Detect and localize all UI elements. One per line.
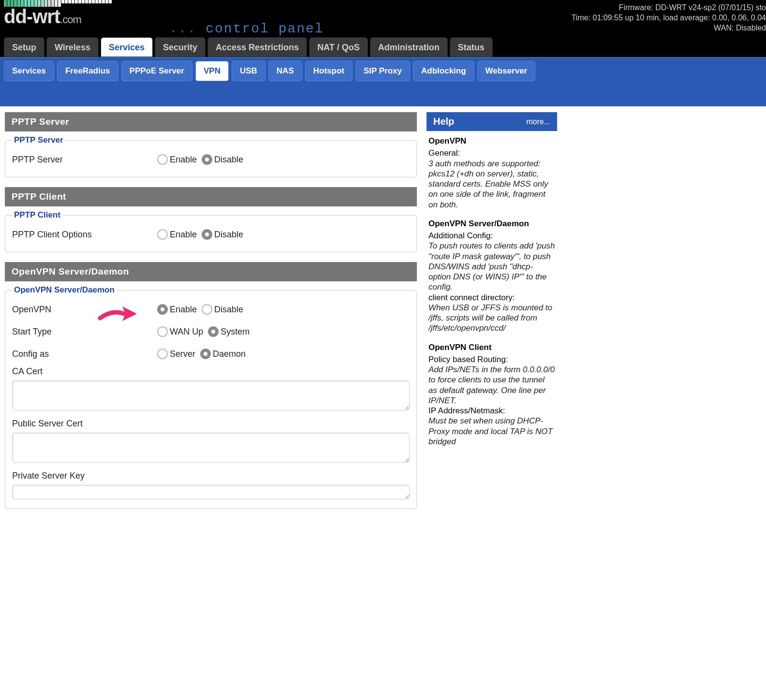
subtab-freeradius[interactable]: FreeRadius: [57, 61, 118, 81]
fieldset-openvpn: OpenVPN Server/Daemon OpenVPN Enable Dis…: [5, 285, 417, 509]
logo-main: dd-wrt: [4, 6, 60, 27]
radio-pptp-server-disable-label: Disable: [214, 155, 243, 165]
row-openvpn: OpenVPN Enable Disable: [12, 300, 410, 319]
tab-wireless[interactable]: Wireless: [46, 37, 99, 57]
help-sub: General:: [428, 148, 555, 158]
help-text: Must be set when using DHCP-Proxy mode a…: [428, 416, 555, 447]
radio-pptp-server-enable[interactable]: [157, 154, 168, 165]
label-pptp-client: PPTP Client Options: [12, 230, 157, 240]
control-panel-text: ... control panel: [169, 21, 324, 36]
help-heading: OpenVPN Server/Daemon: [428, 219, 555, 229]
help-heading: OpenVPN: [428, 136, 555, 146]
status-info: Firmware: DD-WRT v24-sp2 (07/01/15) sto …: [572, 3, 766, 33]
section-pptp-server-header: PPTP Server: [5, 112, 417, 131]
help-sect-openvpn-client: OpenVPN Client Policy based Routing: Add…: [428, 342, 555, 447]
radio-config-server[interactable]: [157, 349, 168, 359]
logo: dd-wrt.com: [4, 0, 112, 25]
tab-services[interactable]: Services: [101, 37, 153, 57]
label-private-key: Private Server Key: [12, 471, 410, 481]
textarea-private-key[interactable]: [12, 485, 410, 499]
radio-openvpn-enable-label: Enable: [170, 305, 197, 315]
logo-text: dd-wrt.com: [4, 8, 112, 25]
radio-config-server-label: Server: [170, 349, 195, 359]
tab-status[interactable]: Status: [450, 37, 493, 57]
tab-security[interactable]: Security: [155, 37, 206, 57]
section-pptp-client-header: PPTP Client: [5, 187, 417, 206]
logo-sub: .com: [60, 14, 81, 26]
wan-text: WAN: Disabled: [572, 23, 766, 33]
tab-nat-qos[interactable]: NAT / QoS: [309, 37, 368, 57]
help-sub: Additional Config:: [428, 231, 555, 241]
fieldset-pptp-server: PPTP Server PPTP Server Enable Disable: [5, 135, 417, 177]
radio-start-wanup[interactable]: [157, 326, 168, 337]
subtab-sip-proxy[interactable]: SIP Proxy: [355, 61, 410, 81]
help-text: 3 auth methods are supported: pkcs12 (+d…: [428, 159, 555, 210]
cp-label: control panel: [206, 21, 324, 36]
help-sub: IP Address/Netmask:: [428, 406, 555, 416]
row-start-type: Start Type WAN Up System: [12, 322, 410, 341]
label-pptp-server: PPTP Server: [12, 155, 157, 165]
section-openvpn-header: OpenVPN Server/Daemon: [5, 262, 417, 281]
main-tabs: Setup Wireless Services Security Access …: [0, 37, 766, 57]
help-heading: OpenVPN Client: [428, 342, 555, 352]
subtab-hotspot[interactable]: Hotspot: [305, 61, 353, 81]
legend-openvpn: OpenVPN Server/Daemon: [12, 285, 117, 295]
radio-pptp-client-enable[interactable]: [157, 229, 168, 240]
radio-pptp-server-disable[interactable]: [202, 154, 212, 165]
help-more-link[interactable]: more...: [526, 117, 550, 126]
tab-access-restrictions[interactable]: Access Restrictions: [207, 37, 307, 57]
help-header: Help more...: [427, 112, 557, 131]
subtab-webserver[interactable]: Webserver: [477, 61, 536, 81]
row-pptp-server: PPTP Server Enable Disable: [12, 150, 410, 169]
subtab-vpn[interactable]: VPN: [195, 61, 229, 81]
help-sect-openvpn-server: OpenVPN Server/Daemon Additional Config:…: [428, 219, 555, 334]
radio-pptp-server-enable-label: Enable: [170, 155, 197, 165]
radio-start-wanup-label: WAN Up: [170, 327, 203, 337]
radio-openvpn-disable[interactable]: [202, 304, 212, 315]
top-header: dd-wrt.com ... control panel Firmware: D…: [0, 0, 766, 37]
time-text: Time: 01:09:55 up 10 min, load average: …: [572, 13, 766, 23]
radio-start-system-label: System: [221, 327, 250, 337]
subtab-adblocking[interactable]: Adblocking: [413, 61, 474, 81]
help-title: Help: [433, 116, 454, 127]
main-column: PPTP Server PPTP Server PPTP Server Enab…: [5, 112, 417, 519]
help-text: When USB or JFFS is mounted to /jffs, sc…: [428, 303, 555, 334]
row-config-as: Config as Server Daemon: [12, 344, 410, 364]
radio-start-system[interactable]: [208, 326, 219, 337]
help-sub: client connect directory:: [428, 292, 555, 303]
radio-config-daemon-label: Daemon: [213, 349, 246, 359]
textarea-ca-cert[interactable]: [12, 380, 410, 410]
firmware-text: Firmware: DD-WRT v24-sp2 (07/01/15) sto: [572, 3, 766, 13]
help-column: Help more... OpenVPN General: 3 auth met…: [427, 112, 557, 519]
cp-dots: ...: [169, 21, 196, 36]
legend-pptp-server: PPTP Server: [12, 135, 65, 145]
subtab-pppoe-server[interactable]: PPPoE Server: [121, 61, 192, 81]
radio-pptp-client-disable[interactable]: [202, 229, 212, 240]
tab-administration[interactable]: Administration: [370, 37, 448, 57]
radio-openvpn-disable-label: Disable: [214, 305, 243, 315]
fieldset-pptp-client: PPTP Client PPTP Client Options Enable D…: [5, 210, 417, 252]
help-body: OpenVPN General: 3 auth methods are supp…: [427, 131, 557, 460]
radio-pptp-client-enable-label: Enable: [170, 230, 197, 240]
radio-config-daemon[interactable]: [200, 349, 211, 359]
row-pptp-client: PPTP Client Options Enable Disable: [12, 225, 410, 244]
legend-pptp-client: PPTP Client: [12, 210, 62, 220]
label-ca-cert: CA Cert: [12, 366, 410, 377]
help-text: To push routes to clients add 'push "rou…: [428, 241, 555, 292]
help-sect-openvpn: OpenVPN General: 3 auth methods are supp…: [428, 136, 555, 210]
label-public-cert: Public Server Cert: [12, 419, 410, 429]
subtab-services[interactable]: Services: [4, 61, 54, 81]
tab-setup[interactable]: Setup: [4, 37, 44, 57]
label-openvpn: OpenVPN: [12, 305, 157, 315]
radio-pptp-client-disable-label: Disable: [214, 230, 243, 240]
textarea-public-cert[interactable]: [12, 433, 410, 463]
sub-tabs: Services FreeRadius PPPoE Server VPN USB…: [0, 57, 766, 106]
help-sub: Policy based Routing:: [428, 354, 555, 365]
label-config-as: Config as: [12, 349, 157, 359]
subtab-usb[interactable]: USB: [232, 61, 265, 81]
subtab-nas[interactable]: NAS: [268, 61, 302, 81]
radio-openvpn-enable[interactable]: [157, 304, 168, 315]
label-start-type: Start Type: [12, 327, 157, 337]
help-text: Add IPs/NETs in the form 0.0.0.0/0 to fo…: [428, 365, 555, 406]
